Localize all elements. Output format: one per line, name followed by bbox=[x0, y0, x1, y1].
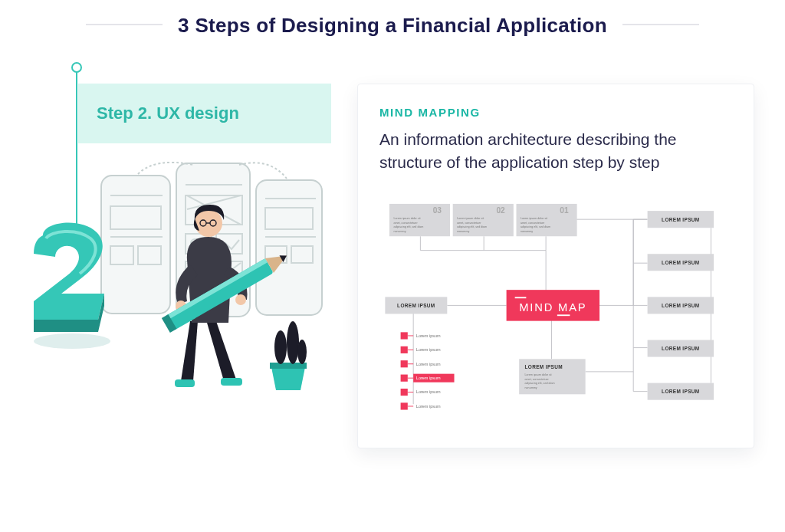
svg-point-42 bbox=[287, 321, 299, 364]
svg-text:Lorem ipsum: Lorem ipsum bbox=[416, 347, 441, 352]
svg-text:Lorem ipsum dolor sit: Lorem ipsum dolor sit bbox=[393, 217, 420, 220]
svg-text:02: 02 bbox=[497, 206, 506, 215]
svg-text:LOREM IPSUM: LOREM IPSUM bbox=[662, 303, 699, 308]
step-number-icon bbox=[28, 222, 120, 352]
svg-text:Lorem ipsum dolor sit: Lorem ipsum dolor sit bbox=[457, 217, 484, 220]
svg-rect-100 bbox=[401, 402, 408, 409]
svg-text:adipiscing elit, sed diam: adipiscing elit, sed diam bbox=[521, 225, 550, 228]
svg-point-43 bbox=[297, 340, 307, 364]
content-row: Step 2. UX design bbox=[0, 45, 785, 464]
mindmap-top-node: 01 Lorem ipsum dolor sit amet, consectet… bbox=[516, 204, 576, 236]
mindmap-bullets: Lorem ipsumLorem ipsumLorem ipsumLorem i… bbox=[401, 332, 455, 409]
mind-map-diagram: 03 Lorem ipsum dolor sit amet, consectet… bbox=[379, 190, 732, 428]
svg-rect-97 bbox=[401, 389, 408, 396]
svg-text:Lorem ipsum: Lorem ipsum bbox=[416, 404, 441, 409]
svg-text:LOREM IPSUM: LOREM IPSUM bbox=[662, 260, 699, 265]
svg-text:LOREM IPSUM: LOREM IPSUM bbox=[662, 217, 699, 222]
left-panel: Step 2. UX design bbox=[31, 84, 339, 401]
svg-text:amet, consectetuer: amet, consectetuer bbox=[457, 222, 481, 225]
mindmap-center: MIND MAP bbox=[507, 290, 599, 320]
card-eyebrow: MIND MAPPING bbox=[379, 106, 732, 119]
svg-rect-90 bbox=[401, 360, 408, 367]
card-description: An information architecture describing t… bbox=[379, 128, 732, 175]
mindmap-top-node: 02 Lorem ipsum dolor sit amet, consectet… bbox=[453, 204, 514, 236]
page-header: 3 Steps of Designing a Financial Applica… bbox=[0, 0, 785, 45]
svg-text:Lorem ipsum dolor sit: Lorem ipsum dolor sit bbox=[525, 373, 552, 376]
svg-rect-84 bbox=[401, 332, 408, 339]
divider-left bbox=[86, 24, 163, 25]
svg-text:adipiscing elit, sed diam: adipiscing elit, sed diam bbox=[525, 382, 555, 385]
svg-text:Lorem ipsum dolor sit: Lorem ipsum dolor sit bbox=[521, 217, 547, 220]
svg-text:adipiscing elit, sed diam: adipiscing elit, sed diam bbox=[393, 225, 423, 228]
mindmap-top-node: 03 Lorem ipsum dolor sit amet, consectet… bbox=[389, 204, 450, 236]
svg-rect-93 bbox=[401, 374, 408, 381]
svg-rect-27 bbox=[175, 379, 195, 387]
svg-text:Lorem ipsum: Lorem ipsum bbox=[416, 389, 441, 394]
mindmap-bottom-node: LOREM IPSUM Lorem ipsum dolor sit amet, … bbox=[519, 359, 585, 394]
mindmap-right-nodes: LOREM IPSUMLOREM IPSUMLOREM IPSUMLOREM I… bbox=[648, 211, 714, 400]
svg-text:Lorem ipsum: Lorem ipsum bbox=[416, 333, 441, 338]
svg-text:MIND MAP: MIND MAP bbox=[519, 301, 586, 314]
svg-text:LOREM IPSUM: LOREM IPSUM bbox=[397, 303, 435, 308]
svg-text:amet, consectetuer: amet, consectetuer bbox=[393, 222, 418, 225]
svg-text:03: 03 bbox=[433, 206, 442, 215]
flag-pole-dot bbox=[71, 62, 82, 73]
flag-pole bbox=[76, 67, 77, 239]
svg-text:LOREM IPSUM: LOREM IPSUM bbox=[662, 346, 699, 351]
svg-text:01: 01 bbox=[560, 206, 569, 215]
svg-text:amet, consectetuer: amet, consectetuer bbox=[521, 222, 545, 225]
svg-rect-28 bbox=[221, 378, 242, 386]
divider-right bbox=[622, 24, 699, 25]
svg-point-41 bbox=[274, 330, 287, 364]
svg-text:nonummy: nonummy bbox=[525, 386, 537, 389]
svg-text:LOREM IPSUM: LOREM IPSUM bbox=[662, 389, 699, 394]
svg-rect-87 bbox=[401, 346, 408, 353]
svg-text:nonummy: nonummy bbox=[393, 230, 406, 233]
detail-card: MIND MAPPING An information architecture… bbox=[357, 84, 754, 448]
svg-text:amet, consectetuer: amet, consectetuer bbox=[525, 378, 550, 381]
svg-text:nonummy: nonummy bbox=[521, 230, 533, 233]
svg-text:Lorem ipsum: Lorem ipsum bbox=[416, 361, 441, 366]
step-flag-wrap: Step 2. UX design bbox=[78, 84, 339, 143]
page-title: 3 Steps of Designing a Financial Applica… bbox=[178, 14, 607, 38]
svg-text:adipiscing elit, sed diam: adipiscing elit, sed diam bbox=[457, 225, 487, 228]
step-label: Step 2. UX design bbox=[78, 84, 331, 143]
svg-text:nonummy: nonummy bbox=[457, 230, 469, 233]
svg-point-34 bbox=[235, 294, 246, 305]
svg-point-0 bbox=[34, 333, 110, 349]
svg-text:LOREM IPSUM: LOREM IPSUM bbox=[525, 364, 563, 369]
mindmap-left-node: LOREM IPSUM bbox=[385, 297, 447, 314]
svg-text:Lorem ipsum: Lorem ipsum bbox=[416, 376, 441, 380]
